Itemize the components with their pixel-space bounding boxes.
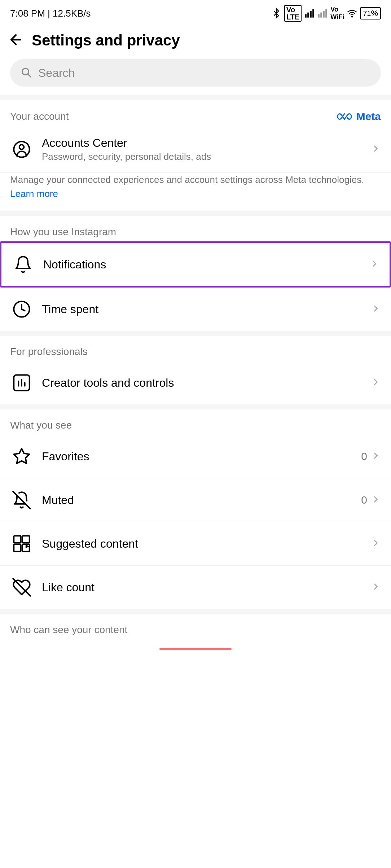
who-can-see-label: Who can see your content — [10, 624, 127, 636]
suggested-content-content: Suggested content — [42, 537, 371, 551]
wifi-icon — [347, 8, 357, 18]
like-count-chevron-icon — [371, 582, 381, 593]
learn-more-link[interactable]: Learn more — [10, 188, 58, 199]
page-title: Settings and privacy — [32, 32, 180, 49]
how-you-use-section: How you use Instagram Notifications — [0, 216, 391, 331]
svg-rect-7 — [326, 9, 328, 17]
bottom-indicator — [0, 639, 391, 659]
svg-rect-19 — [22, 536, 30, 543]
divider-4 — [0, 404, 391, 409]
how-you-use-label: How you use Instagram — [10, 226, 116, 238]
svg-rect-0 — [305, 14, 307, 17]
person-circle-icon — [10, 138, 33, 161]
for-professionals-section: For professionals Creator tools and cont… — [0, 336, 391, 404]
muted-chevron-icon — [371, 494, 381, 506]
suggested-content-right — [371, 538, 381, 549]
creator-tools-right — [371, 377, 381, 389]
creator-tools-content: Creator tools and controls — [42, 376, 371, 390]
accounts-center-subtitle: Password, security, personal details, ad… — [42, 151, 371, 162]
suggested-content-chevron-icon — [371, 538, 381, 549]
like-count-right — [371, 582, 381, 593]
svg-rect-5 — [321, 13, 322, 18]
muted-title: Muted — [42, 494, 361, 507]
volte-icon: VoLTE — [284, 5, 302, 22]
for-professionals-header: For professionals — [0, 336, 391, 361]
notifications-chevron-icon — [369, 259, 379, 270]
creator-tools-chevron-icon — [371, 377, 381, 389]
heart-off-icon — [10, 576, 33, 599]
notifications-title: Notifications — [43, 258, 369, 271]
status-bar: 7:08 PM | 12.5KB/s VoLTE VoWiFi 71% — [0, 0, 391, 25]
your-account-header: Your account Meta — [0, 100, 391, 126]
header: Settings and privacy — [0, 25, 391, 56]
what-you-see-section: What you see Favorites 0 — [0, 409, 391, 609]
creator-tools-title: Creator tools and controls — [42, 376, 371, 390]
favorites-item[interactable]: Favorites 0 — [0, 435, 391, 478]
accounts-center-content: Accounts Center Password, security, pers… — [42, 136, 371, 162]
signal2-icon — [317, 8, 328, 18]
svg-rect-6 — [323, 11, 325, 18]
how-you-use-header: How you use Instagram — [0, 216, 391, 241]
suggested-icon — [10, 532, 33, 555]
time-spent-item[interactable]: Time spent — [0, 288, 391, 331]
favorites-content: Favorites — [42, 450, 361, 463]
suggested-content-title: Suggested content — [42, 537, 371, 551]
time-spent-content: Time spent — [42, 303, 371, 316]
accounts-center-item[interactable]: Accounts Center Password, security, pers… — [0, 126, 391, 173]
divider-1 — [0, 95, 391, 100]
meta-logo-icon — [335, 111, 353, 122]
home-indicator — [159, 648, 232, 650]
favorites-chevron-icon — [371, 451, 381, 462]
who-can-see-header: Who can see your content — [0, 614, 391, 639]
notifications-right — [369, 259, 379, 270]
your-account-section: Your account Meta Accounts Center Passwo… — [0, 100, 391, 211]
accounts-center-desc: Manage your connected experiences and ac… — [0, 173, 391, 211]
favorites-right: 0 — [361, 450, 381, 463]
for-professionals-label: For professionals — [10, 346, 88, 358]
svg-point-10 — [19, 145, 24, 149]
who-can-see-section: Who can see your content — [0, 614, 391, 639]
chevron-right-icon — [371, 144, 381, 155]
svg-rect-20 — [14, 544, 21, 552]
clock-icon — [10, 298, 33, 321]
what-you-see-header: What you see — [0, 409, 391, 435]
divider-5 — [0, 609, 391, 614]
accounts-center-right — [371, 144, 381, 155]
bell-off-icon — [10, 488, 33, 512]
meta-logo: Meta — [335, 110, 381, 123]
muted-content: Muted — [42, 494, 361, 507]
bell-icon — [12, 253, 35, 276]
muted-right: 0 — [361, 494, 381, 506]
svg-point-8 — [352, 16, 352, 17]
suggested-content-item[interactable]: Suggested content — [0, 522, 391, 566]
what-you-see-label: What you see — [10, 420, 72, 431]
svg-rect-1 — [308, 13, 309, 18]
like-count-content: Like count — [42, 581, 371, 594]
time-spent-chevron-icon — [371, 303, 381, 315]
muted-item[interactable]: Muted 0 — [0, 478, 391, 522]
svg-line-17 — [13, 491, 30, 509]
signal-icon — [304, 8, 315, 18]
search-bar[interactable]: Search — [10, 59, 381, 87]
favorites-count: 0 — [361, 450, 367, 463]
status-icons: VoLTE VoWiFi 71% — [271, 5, 381, 22]
like-count-title: Like count — [42, 581, 371, 594]
search-placeholder: Search — [38, 66, 75, 80]
favorites-title: Favorites — [42, 450, 361, 463]
divider-2 — [0, 211, 391, 216]
back-button[interactable] — [8, 32, 24, 49]
accounts-center-title: Accounts Center — [42, 136, 371, 150]
svg-rect-18 — [14, 536, 21, 543]
time-spent-title: Time spent — [42, 303, 371, 316]
muted-count: 0 — [361, 494, 367, 506]
notifications-item[interactable]: Notifications — [0, 241, 391, 288]
bar-chart-icon — [10, 371, 33, 394]
svg-rect-3 — [313, 9, 315, 17]
creator-tools-item[interactable]: Creator tools and controls — [0, 361, 391, 404]
vowifi-icon: VoWiFi — [330, 6, 344, 21]
like-count-item[interactable]: Like count — [0, 566, 391, 609]
meta-text: Meta — [356, 110, 381, 123]
svg-rect-4 — [318, 14, 320, 17]
search-icon — [19, 66, 32, 80]
svg-marker-16 — [14, 448, 29, 463]
